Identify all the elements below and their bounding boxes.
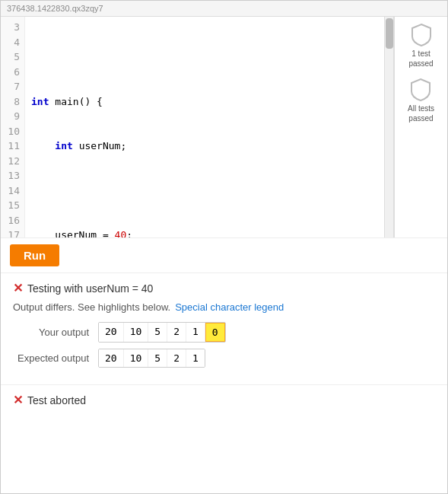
test-header: ✕ Testing with userNum = 40 xyxy=(13,281,435,295)
line-numbers: 3 4 5 6 7 8 9 10 11 12 13 14 15 16 17 18… xyxy=(1,17,25,237)
aborted-label: Test aborted xyxy=(27,394,86,406)
expected-token-1: 10 xyxy=(124,349,149,367)
test-all-label: All tests passed xyxy=(408,104,434,123)
your-output-row: Your output 20 10 5 2 1 0 xyxy=(13,322,435,343)
results-area: ✕ Testing with userNum = 40 Output diffe… xyxy=(1,273,447,381)
your-output-label: Your output xyxy=(13,327,89,338)
your-token-0: 20 xyxy=(99,323,124,342)
expected-output-box: 20 10 5 2 1 xyxy=(98,349,205,368)
test-1-label: 1 test passed xyxy=(408,49,433,69)
expected-token-4: 1 xyxy=(186,349,205,367)
aborted-fail-icon: ✕ xyxy=(13,393,23,407)
code-line-5: int userNum; xyxy=(31,139,378,154)
editor-scrollbar[interactable] xyxy=(384,17,393,237)
file-id: 376438.1422830.qx3zqy7 xyxy=(7,4,103,13)
code-line-3 xyxy=(31,49,378,65)
shield-all-icon xyxy=(410,78,431,102)
test-results-sidebar: 1 test passed All tests passed xyxy=(394,17,447,237)
run-button[interactable]: Run xyxy=(10,244,59,266)
test-aborted-row: ✕ Test aborted xyxy=(1,384,447,415)
code-line-7: userNum = 40; xyxy=(31,228,378,237)
expected-output-label: Expected output xyxy=(13,352,89,364)
output-differs: Output differs. See highlights below. Sp… xyxy=(13,301,435,313)
your-token-2: 5 xyxy=(148,323,167,342)
fail-icon: ✕ xyxy=(13,281,23,295)
main-area: 3 4 5 6 7 8 9 10 11 12 13 14 15 16 17 18… xyxy=(1,17,447,237)
test-all-badge: All tests passed xyxy=(408,78,434,123)
expected-token-0: 20 xyxy=(99,349,124,367)
test-label: Testing with userNum = 40 xyxy=(27,282,153,295)
your-token-5-highlighted: 0 xyxy=(205,323,225,342)
code-editor[interactable]: 3 4 5 6 7 8 9 10 11 12 13 14 15 16 17 18… xyxy=(1,17,394,237)
your-token-3: 2 xyxy=(167,323,186,342)
output-differs-text: Output differs. See highlights below. xyxy=(13,301,170,313)
file-header: 376438.1422830.qx3zqy7 xyxy=(1,1,447,17)
code-content: 3 4 5 6 7 8 9 10 11 12 13 14 15 16 17 18… xyxy=(1,17,393,237)
code-lines[interactable]: int main() { int userNum; userNum = 40; … xyxy=(25,17,384,237)
your-token-1: 10 xyxy=(124,323,149,342)
shield-1-icon xyxy=(411,23,432,47)
special-legend-link[interactable]: Special character legend xyxy=(175,301,284,313)
expected-token-3: 2 xyxy=(167,349,186,367)
your-token-4: 1 xyxy=(186,323,205,342)
code-line-6 xyxy=(31,183,378,199)
expected-token-2: 5 xyxy=(148,349,167,367)
expected-output-row: Expected output 20 10 5 2 1 xyxy=(13,349,435,368)
your-output-box: 20 10 5 2 1 0 xyxy=(98,322,226,343)
test-1-badge: 1 test passed xyxy=(408,23,433,69)
run-area: Run xyxy=(1,237,447,273)
code-line-4: int main() { xyxy=(31,94,378,110)
